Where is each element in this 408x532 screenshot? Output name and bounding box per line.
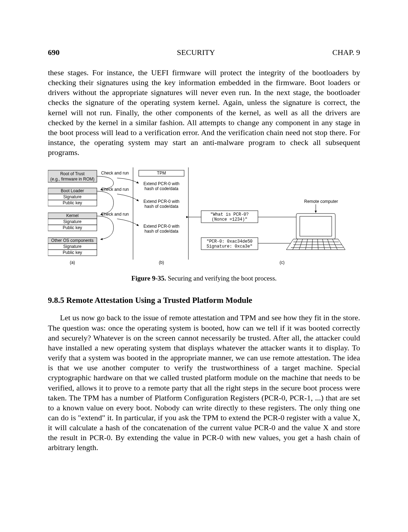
public-key-label-3: Public key xyxy=(63,250,82,255)
root-of-trust-sub: (e.g., firmware in ROM) xyxy=(50,177,95,182)
col-label-b: (b) xyxy=(159,260,164,265)
figure-caption-text: Securing and verifying the boot process. xyxy=(166,275,277,282)
msg2-line1: "PCR-0: 0xac34de50 xyxy=(206,239,253,244)
check-run-3: Check and run xyxy=(101,212,129,217)
extend-2a: Extend PCR-0 with xyxy=(143,199,179,204)
extend-1b: hash of code/data xyxy=(144,186,178,191)
col-label-a: (a) xyxy=(70,260,75,265)
public-key-label-2: Public key xyxy=(63,225,82,230)
header-title: SECURITY xyxy=(177,48,215,57)
check-run-2: Check and run xyxy=(101,187,129,192)
kernel-label: Kernel xyxy=(66,213,79,218)
public-key-label-1: Public key xyxy=(63,200,82,205)
extend-1a: Extend PCR-0 with xyxy=(143,181,179,186)
body-paragraph-1: these stages. For instance, the UEFI fir… xyxy=(48,68,360,157)
signature-label-3: Signature xyxy=(63,244,82,249)
extend-3a: Extend PCR-0 with xyxy=(143,224,179,229)
extend-3b: hash of code/data xyxy=(144,229,178,234)
figure-number: Figure 9-35. xyxy=(131,275,166,282)
root-of-trust-label: Root of Trust xyxy=(60,171,85,176)
extend-2b: hash of code/data xyxy=(144,204,178,209)
boot-loader-label: Boot Loader xyxy=(61,188,84,193)
tpm-label: TPM xyxy=(157,171,166,176)
signature-label-2: Signature xyxy=(63,219,82,224)
col-label-c: (c) xyxy=(280,260,285,265)
msg2-line2: Signature: 0xca3e" xyxy=(206,244,253,249)
figure-9-35: Root of Trust (e.g., firmware in ROM) Bo… xyxy=(48,167,360,282)
body-paragraph-2: Let us now go back to the issue of remot… xyxy=(48,313,360,453)
check-run-1: Check and run xyxy=(101,171,129,176)
msg1-line2: (Nonce =1234)" xyxy=(212,217,248,222)
svg-rect-19 xyxy=(300,216,332,236)
figure-caption: Figure 9-35. Securing and verifying the … xyxy=(48,275,360,282)
figure-diagram: Root of Trust (e.g., firmware in ROM) Bo… xyxy=(48,167,360,267)
msg1-line1: "What is PCR-0? xyxy=(210,212,249,217)
section-heading-9-8-5: 9.8.5 Remote Attestation Using a Trusted… xyxy=(48,296,360,305)
signature-label-1: Signature xyxy=(63,194,82,199)
page-number: 690 xyxy=(48,48,60,57)
chapter-label: CHAP. 9 xyxy=(332,48,360,57)
remote-computer-label: Remote computer xyxy=(304,199,338,204)
other-os-label: Other OS components xyxy=(51,238,93,243)
page-header: 690 SECURITY CHAP. 9 xyxy=(48,48,360,57)
